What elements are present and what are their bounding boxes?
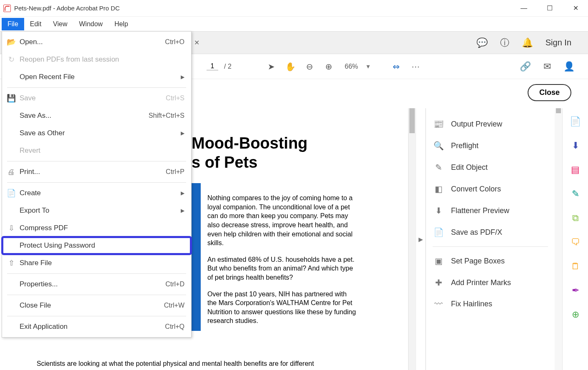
menu-compress[interactable]: ⇩ Compress PDF xyxy=(2,219,191,237)
menu-close-file-label: Close File xyxy=(20,301,51,310)
menu-recent-label: Open Recent File xyxy=(20,73,75,81)
minimize-button[interactable]: — xyxy=(520,4,528,12)
strip-combine-icon[interactable]: ⧉ xyxy=(570,212,581,224)
mail-icon[interactable]: ✉ xyxy=(543,61,551,72)
strip-export-icon[interactable]: ⬇ xyxy=(570,140,581,151)
menu-export-label: Export To xyxy=(20,206,50,215)
menu-exit[interactable]: Exit Application Ctrl+Q xyxy=(2,318,191,335)
bell-icon[interactable]: 🔔 xyxy=(522,37,533,48)
window-controls: — ☐ ✕ xyxy=(520,4,585,12)
document-body: Nothing compares to the joy of coming ho… xyxy=(207,194,357,325)
menu-save: 💾 Save Ctrl+S xyxy=(2,89,191,107)
zoom-in-icon[interactable]: ⊕ xyxy=(322,60,336,73)
tool-preflight[interactable]: 🔍Preflight xyxy=(426,135,555,156)
strip-organize-icon[interactable]: ▤ xyxy=(570,164,581,176)
menu-saveother-label: Save as Other xyxy=(20,129,65,137)
share-icon: ⇧ xyxy=(6,258,16,268)
menu-revert-label: Revert xyxy=(20,147,40,155)
menu-file[interactable]: File xyxy=(2,18,24,30)
tool-edit-object[interactable]: ✎Edit Object xyxy=(426,156,555,178)
doc-title-line1: Mood-Boosting xyxy=(192,134,308,152)
tool-output-preview[interactable]: 📰Output Preview xyxy=(426,113,555,135)
document-scrollbar[interactable] xyxy=(408,108,416,370)
menu-create-label: Create xyxy=(20,189,41,197)
menu-create[interactable]: 📄 Create ▶ xyxy=(2,184,191,202)
menu-exit-label: Exit Application xyxy=(20,323,67,331)
panel-scrollbar[interactable] xyxy=(555,108,562,370)
menu-protect-password[interactable]: Protect Using Password xyxy=(2,237,191,254)
menu-window[interactable]: Window xyxy=(73,18,109,30)
flattener-icon: ⬇ xyxy=(434,206,443,216)
menubar: File Edit View Window Help xyxy=(0,17,588,31)
menu-recent[interactable]: Open Recent File ▶ xyxy=(2,68,191,86)
tool-set-page-boxes[interactable]: ▣Set Page Boxes xyxy=(426,250,555,272)
tool-flattener-preview[interactable]: ⬇Flattener Preview xyxy=(426,200,555,221)
tool-label: Flattener Preview xyxy=(451,206,509,215)
menu-open[interactable]: 📂 Open... Ctrl+O xyxy=(2,33,191,51)
app-icon xyxy=(3,5,11,12)
save-pdfx-icon: 📄 xyxy=(434,227,443,237)
close-panel-button[interactable]: Close xyxy=(528,84,571,101)
menu-share[interactable]: ⇧ Share File xyxy=(2,254,191,272)
file-dropdown: 📂 Open... Ctrl+O ↻ Reopen PDFs from last… xyxy=(2,31,192,338)
menu-saveother[interactable]: Save as Other ▶ xyxy=(2,124,191,142)
tool-label: Convert Colors xyxy=(451,185,501,194)
strip-create-pdf-icon[interactable]: 📄 xyxy=(570,116,581,127)
scrollbar-thumb[interactable] xyxy=(409,108,415,133)
doc-paragraph: An estimated 68% of U.S. households have… xyxy=(207,255,357,282)
comment-icon[interactable]: 💬 xyxy=(476,37,488,48)
titlebar: Pets-New.pdf - Adobe Acrobat Pro DC — ☐ … xyxy=(0,0,588,17)
tool-fix-hairlines[interactable]: 〰Fix Hairlines xyxy=(426,293,555,315)
menu-help[interactable]: Help xyxy=(109,18,134,30)
strip-edit-pdf-icon[interactable]: ✎ xyxy=(570,188,581,200)
menu-saveas[interactable]: Save As... Shift+Ctrl+S xyxy=(2,107,191,124)
menu-saveas-shortcut: Shift+Ctrl+S xyxy=(149,112,184,119)
tab-close-icon[interactable]: ✕ xyxy=(194,39,199,47)
zoom-dropdown-icon[interactable]: ▾ xyxy=(366,62,370,70)
tool-convert-colors[interactable]: ◧Convert Colors xyxy=(426,178,555,200)
print-icon: 🖨 xyxy=(6,168,16,176)
preflight-icon: 🔍 xyxy=(434,141,443,151)
tool-label: Fix Hairlines xyxy=(451,300,492,308)
doc-footer-text: Scientists are looking at what the poten… xyxy=(37,360,391,368)
menu-edit[interactable]: Edit xyxy=(24,18,47,30)
hand-tool-icon[interactable]: ✋ xyxy=(284,60,297,73)
page-total: / 2 xyxy=(224,63,232,70)
doc-paragraph: Nothing compares to the joy of coming ho… xyxy=(207,194,357,248)
zoom-value[interactable]: 66% xyxy=(345,63,358,70)
menu-exit-shortcut: Ctrl+Q xyxy=(165,323,184,330)
submenu-arrow-icon: ▶ xyxy=(181,130,184,136)
tool-label: Output Preview xyxy=(451,120,502,129)
panel-scroll-thumb[interactable] xyxy=(556,108,561,113)
menu-view[interactable]: View xyxy=(47,18,73,30)
help-icon[interactable]: ⓘ xyxy=(500,37,509,49)
menu-reopen-label: Reopen PDFs from last session xyxy=(20,55,119,64)
printer-marks-icon: ✚ xyxy=(434,278,443,288)
strip-comment-icon[interactable]: 🗨 xyxy=(570,236,581,248)
zoom-out-icon[interactable]: ⊖ xyxy=(303,60,316,73)
page-number-input[interactable] xyxy=(207,62,218,70)
strip-sign-icon[interactable]: ✒ xyxy=(570,285,581,296)
select-tool-icon[interactable]: ➤ xyxy=(265,60,278,73)
panel-expand-handle[interactable]: ▶ xyxy=(416,108,426,370)
doc-paragraph: Over the past 10 years, NIH has partnere… xyxy=(207,290,357,325)
menu-properties[interactable]: Properties... Ctrl+D xyxy=(2,276,191,293)
tool-save-pdfx[interactable]: 📄Save as PDF/X xyxy=(426,221,555,243)
close-window-button[interactable]: ✕ xyxy=(571,4,580,12)
link-icon[interactable]: 🔗 xyxy=(520,61,531,72)
sign-in-button[interactable]: Sign In xyxy=(546,38,571,47)
menu-compress-label: Compress PDF xyxy=(20,224,68,232)
maximize-button[interactable]: ☐ xyxy=(546,4,554,12)
menu-export[interactable]: Export To ▶ xyxy=(2,202,191,219)
menu-print[interactable]: 🖨 Print... Ctrl+P xyxy=(2,163,191,181)
submenu-arrow-icon: ▶ xyxy=(181,208,184,214)
more-icon[interactable]: ⋯ xyxy=(409,60,422,73)
document-title: Mood-Boosting s of Pets xyxy=(192,134,396,172)
strip-note-icon[interactable]: 🗒 xyxy=(570,261,581,272)
menu-close-file[interactable]: Close File Ctrl+W xyxy=(2,297,191,314)
add-person-icon[interactable]: 👤 xyxy=(563,61,575,72)
strip-more-tools-icon[interactable]: ⊕ xyxy=(570,309,581,320)
submenu-arrow-icon: ▶ xyxy=(181,190,184,196)
tool-add-printer-marks[interactable]: ✚Add Printer Marks xyxy=(426,272,555,293)
fit-width-icon[interactable]: ⇔ xyxy=(390,60,403,73)
